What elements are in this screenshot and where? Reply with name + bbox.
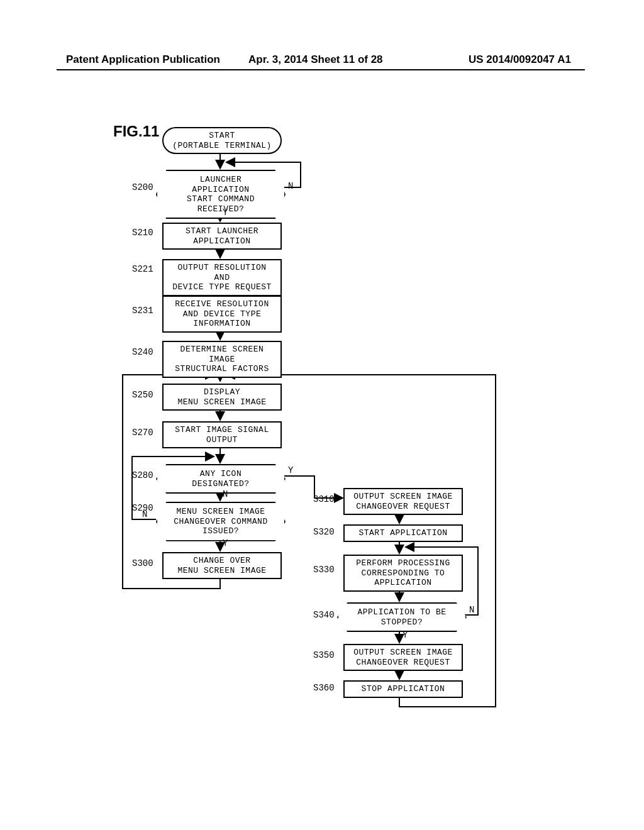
header-rule	[57, 69, 585, 70]
label-s280: S280	[132, 470, 153, 480]
node-s270: START IMAGE SIGNALOUTPUT	[162, 421, 282, 448]
label-s340: S340	[313, 610, 335, 620]
header-right: US 2014/0092047 A1	[469, 53, 571, 66]
node-s350: OUTPUT SCREEN IMAGECHANGEOVER REQUEST	[343, 644, 463, 671]
s340-n: N	[469, 605, 474, 615]
node-s231: RECEIVE RESOLUTIONAND DEVICE TYPEINFORMA…	[162, 296, 282, 333]
s290-n: N	[142, 509, 147, 519]
node-start: START(PORTABLE TERMINAL)	[162, 127, 282, 154]
s340-y: Y	[402, 630, 408, 640]
node-s210: START LAUNCHERAPPLICATION	[162, 223, 282, 250]
label-s330: S330	[313, 565, 335, 575]
s280-n: N	[223, 489, 228, 499]
label-s320: S320	[313, 527, 335, 537]
node-s340: APPLICATION TO BESTOPPED?	[337, 602, 467, 632]
s280-y: Y	[288, 465, 293, 475]
label-s270: S270	[132, 428, 153, 438]
node-s290: MENU SCREEN IMAGECHANGEOVER COMMANDISSUE…	[156, 502, 286, 541]
flowchart-lines	[0, 0, 644, 830]
page: Patent Application Publication Apr. 3, 2…	[0, 0, 644, 830]
label-s310: S310	[313, 494, 335, 504]
label-s350: S350	[313, 650, 335, 660]
label-s300: S300	[132, 558, 153, 568]
node-s360: STOP APPLICATION	[343, 680, 463, 698]
header-left: Patent Application Publication	[66, 53, 220, 66]
s200-n: N	[288, 181, 293, 191]
label-s250: S250	[132, 390, 153, 400]
node-s330: PERFORM PROCESSINGCORRESPONDING TOAPPLIC…	[343, 555, 463, 592]
label-s200: S200	[132, 182, 153, 192]
label-s221: S221	[132, 264, 153, 274]
node-s300: CHANGE OVERMENU SCREEN IMAGE	[162, 552, 282, 579]
label-s210: S210	[132, 228, 153, 238]
s200-y: Y	[223, 208, 228, 218]
node-s221: OUTPUT RESOLUTION ANDDEVICE TYPE REQUEST	[162, 259, 282, 296]
header-center: Apr. 3, 2014 Sheet 11 of 28	[248, 53, 383, 66]
figure-label: FIG.11	[113, 123, 159, 140]
label-s360: S360	[313, 683, 335, 693]
node-s320: START APPLICATION	[343, 524, 463, 542]
s290-y: Y	[223, 538, 228, 548]
node-s240: DETERMINE SCREEN IMAGESTRUCTURAL FACTORS	[162, 341, 282, 378]
node-s280: ANY ICONDESIGNATED?	[156, 464, 286, 494]
node-s310: OUTPUT SCREEN IMAGECHANGEOVER REQUEST	[343, 488, 463, 515]
label-s231: S231	[132, 306, 153, 316]
node-s200: LAUNCHER APPLICATIONSTART COMMANDRECEIVE…	[156, 170, 286, 219]
node-s250: DISPLAYMENU SCREEN IMAGE	[162, 384, 282, 411]
label-s240: S240	[132, 347, 153, 357]
